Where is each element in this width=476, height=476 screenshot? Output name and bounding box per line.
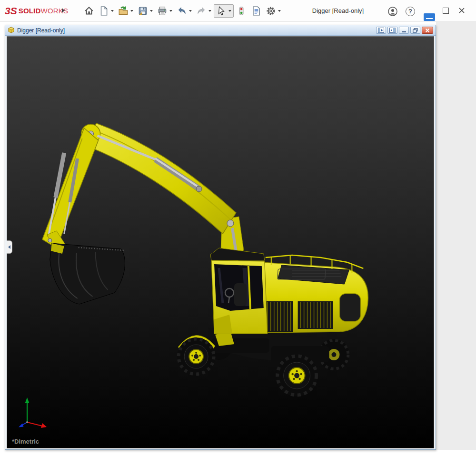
select-cursor-icon: [216, 6, 227, 16]
open-dropdown-icon[interactable]: [130, 10, 133, 12]
open-folder-icon: [118, 6, 129, 16]
home-icon: [84, 6, 94, 16]
help-icon[interactable]: ?: [406, 7, 415, 16]
minimize-bar-icon: [426, 18, 433, 19]
traffic-light-icon: [236, 6, 247, 16]
orientation-triad: [15, 394, 53, 431]
select-tool-dropdown-icon[interactable]: [228, 10, 231, 12]
solidworks-app: { "titlebar": { "logo_glyph": "3S", "bra…: [0, 0, 476, 476]
document-window-controls: [376, 27, 433, 34]
save-icon: [138, 6, 148, 16]
options-gear-icon: [266, 6, 276, 16]
close-button[interactable]: [458, 7, 466, 14]
excavator-model: [7, 37, 434, 448]
undo-dropdown-icon[interactable]: [189, 10, 192, 12]
pane-left-icon: [378, 28, 384, 33]
document-properties-button[interactable]: [249, 5, 263, 17]
home-button[interactable]: [82, 5, 96, 17]
document-restore-button[interactable]: [410, 27, 420, 34]
pane-toggle-left-button[interactable]: [376, 27, 386, 34]
triad-x-arrow: [41, 423, 47, 428]
brand-expand-chevron-icon[interactable]: [62, 8, 65, 13]
redo-icon: [196, 6, 207, 16]
redo-button[interactable]: [194, 5, 213, 17]
3ds-logo-icon: 3S: [5, 6, 17, 16]
document-window-title: Digger [Read-only]: [17, 27, 65, 34]
document-properties-icon: [251, 6, 261, 16]
pane-right-icon: [389, 28, 396, 33]
view-orientation-label: *Dimetric: [12, 438, 39, 445]
new-document-dropdown-icon[interactable]: [111, 10, 114, 12]
assembly-cube-icon: [8, 27, 15, 34]
graphics-viewport[interactable]: *Dimetric: [7, 36, 434, 448]
main-titlebar[interactable]: 3S SOLIDWORKS: [0, 0, 476, 22]
options-dropdown-icon[interactable]: [278, 10, 281, 12]
maximize-button[interactable]: [443, 8, 449, 14]
document-window-titlebar[interactable]: Digger [Read-only]: [5, 25, 436, 36]
restore-icon: [413, 28, 418, 33]
save-button[interactable]: [136, 5, 155, 17]
solidworks-logo: 3S SOLIDWORKS: [5, 6, 68, 16]
triad-y-arrow: [25, 397, 30, 403]
traffic-light-button[interactable]: [234, 5, 248, 17]
new-document-icon: [99, 6, 109, 16]
triad-z-arrow: [19, 424, 24, 427]
document-minimize-button[interactable]: [399, 27, 409, 34]
panel-collapse-tab[interactable]: [7, 240, 12, 254]
save-dropdown-icon[interactable]: [150, 10, 153, 12]
document-window: Digger [Read-only]: [5, 25, 436, 450]
document-close-button[interactable]: [422, 27, 433, 34]
close-icon: [425, 28, 430, 33]
undo-icon: [177, 6, 187, 16]
pane-toggle-right-button[interactable]: [387, 27, 397, 34]
brand-solid: SOLID: [19, 7, 41, 15]
minimize-bar-icon: [402, 31, 406, 32]
select-tool-button[interactable]: [214, 4, 234, 18]
open-button[interactable]: [116, 5, 135, 17]
options-button[interactable]: [264, 5, 283, 17]
redo-dropdown-icon[interactable]: [208, 10, 211, 12]
user-account-icon[interactable]: [387, 6, 398, 17]
new-document-button[interactable]: [97, 5, 116, 17]
undo-button[interactable]: [175, 5, 194, 17]
quick-access-toolbar: [82, 3, 283, 19]
print-icon: [157, 6, 168, 16]
minimize-button[interactable]: [424, 13, 435, 21]
workspace: Digger [Read-only]: [0, 22, 476, 476]
chevron-left-icon: [8, 245, 10, 249]
print-button[interactable]: [155, 5, 174, 17]
window-controls: ?: [381, 0, 476, 22]
document-title: Digger [Read-only]: [286, 0, 390, 22]
print-dropdown-icon[interactable]: [169, 10, 172, 12]
workspace-gutter: [436, 22, 476, 450]
